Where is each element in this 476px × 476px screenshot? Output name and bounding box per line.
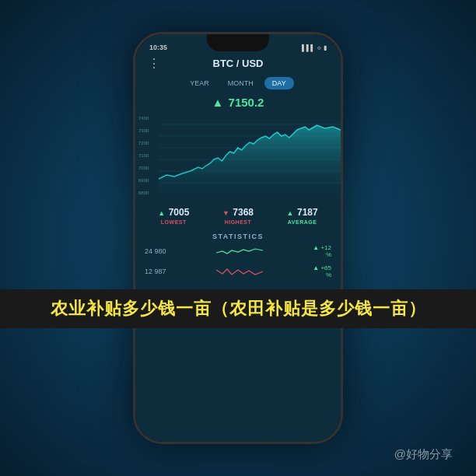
chart-svg	[159, 113, 341, 198]
price-arrow-icon: ▲	[212, 96, 224, 109]
watermark: @好物分享	[394, 447, 453, 462]
tab-bar: YEAR MONTH DAY	[135, 74, 341, 94]
tab-day[interactable]: DAY	[264, 77, 294, 89]
chart-area: 7400 7300 7200 7100 7000 6900 6800	[135, 113, 341, 198]
highest-arrow-icon: ▼	[222, 209, 229, 217]
stats-list: 24 980 ▲ +12 % 12 987 ▲ +65 % 26 578	[135, 243, 341, 442]
phone-header: ⋮ BTC / USD	[135, 56, 341, 74]
price-number: 7150.2	[229, 96, 264, 109]
lowest-value: 7005	[169, 207, 190, 218]
phone-notch	[207, 34, 269, 51]
wifi-icon: ⌾	[317, 44, 321, 51]
highest-label: HIGHEST	[222, 219, 254, 225]
stat-change-2: ▲ +65 %	[306, 264, 331, 278]
battery-icon: ▮	[324, 44, 327, 51]
average-arrow-icon: ▲	[287, 209, 294, 217]
stat-change-1: ▲ +12 %	[306, 244, 331, 258]
lowest-arrow-icon: ▲	[158, 209, 165, 217]
status-icons: ▌▌▌ ⌾ ▮	[302, 44, 327, 51]
price-display: ▲ 7150.2	[135, 94, 341, 113]
phone-frame: 10:35 ▌▌▌ ⌾ ▮ ⋮ BTC / USD YEAR MONTH DAY…	[133, 32, 343, 444]
stat-number-2: 12 987	[145, 268, 173, 275]
tab-month[interactable]: MONTH	[220, 77, 261, 89]
chart-y-labels: 7400 7300 7200 7100 7000 6900 6800	[138, 113, 149, 198]
list-item: 12 987 ▲ +65 %	[145, 264, 331, 279]
watermark-text: @好物分享	[394, 447, 453, 460]
pair-title: BTC / USD	[213, 58, 264, 69]
stat-average: ▲ 7187 AVERAGE	[287, 205, 318, 225]
highest-value: 7368	[233, 207, 254, 218]
statistics-title: STATISTICS	[135, 228, 341, 243]
stat-lowest: ▲ 7005 LOWEST	[158, 205, 189, 225]
stat-number-1: 24 980	[145, 247, 173, 255]
tab-year[interactable]: YEAR	[182, 77, 217, 89]
chinese-banner: 农业补贴多少钱一亩（农田补贴是多少钱一亩）	[0, 289, 476, 328]
chinese-banner-text: 农业补贴多少钱一亩（农田补贴是多少钱一亩）	[51, 299, 426, 318]
menu-dots-icon[interactable]: ⋮	[148, 58, 161, 70]
average-value: 7187	[297, 207, 318, 218]
phone-screen: 10:35 ▌▌▌ ⌾ ▮ ⋮ BTC / USD YEAR MONTH DAY…	[135, 34, 341, 442]
stat-highest: ▼ 7368 HIGHEST	[222, 205, 254, 225]
average-label: AVERAGE	[287, 219, 318, 225]
stats-row: ▲ 7005 LOWEST ▼ 7368 HIGHEST ▲ 7187 AVER…	[135, 198, 341, 228]
signal-icon: ▌▌▌	[302, 44, 315, 51]
status-time: 10:35	[149, 44, 167, 51]
price-value: ▲ 7150.2	[212, 96, 264, 109]
mini-chart-1	[176, 243, 303, 259]
mini-chart-2	[176, 264, 303, 279]
list-item: 24 980 ▲ +12 %	[145, 243, 331, 259]
lowest-label: LOWEST	[158, 219, 189, 225]
